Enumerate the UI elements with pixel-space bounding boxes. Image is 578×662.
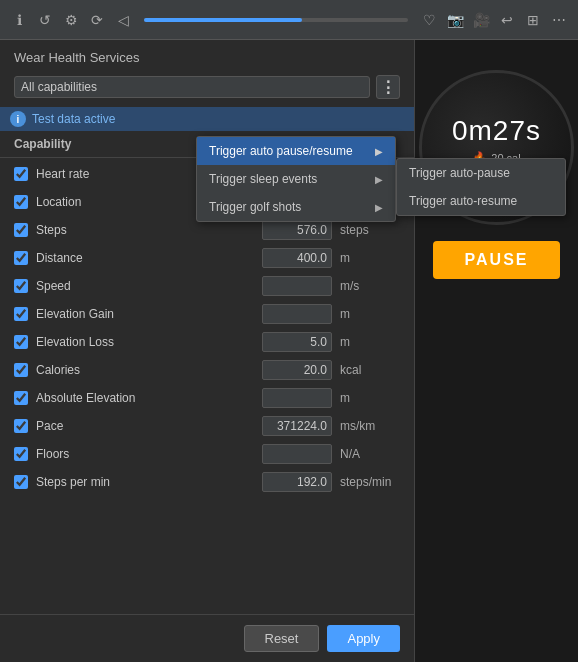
test-banner-text: Test data active — [32, 112, 115, 126]
capability-unit: N/A — [340, 447, 400, 461]
left-panel: Wear Health Services All capabilities ⋮ … — [0, 40, 415, 662]
capability-row: Calorieskcal — [0, 356, 414, 384]
capability-unit: m — [340, 251, 400, 265]
menu-item-trigger-auto-pause[interactable]: Trigger auto-pause — [397, 159, 565, 187]
progress-bar — [144, 18, 408, 22]
more-options-button[interactable]: ⋮ — [376, 75, 400, 99]
capability-checkbox[interactable] — [14, 279, 28, 293]
submenu-arrow-icon: ▶ — [375, 202, 383, 213]
test-banner: i Test data active — [0, 107, 414, 131]
settings-toolbar-icon[interactable]: ⚙ — [60, 9, 82, 31]
context-menu: Trigger auto pause/resume ▶ Trigger slee… — [196, 136, 396, 222]
capability-checkbox[interactable] — [14, 167, 28, 181]
capability-name: Calories — [36, 363, 254, 377]
capability-name: Elevation Gain — [36, 307, 254, 321]
info-icon: i — [10, 111, 26, 127]
bottom-buttons: Reset Apply — [0, 614, 414, 662]
capability-name: Distance — [36, 251, 254, 265]
capability-name: Floors — [36, 447, 254, 461]
menu-item-label: Trigger sleep events — [209, 172, 317, 186]
capability-unit: m — [340, 391, 400, 405]
capability-value-input[interactable] — [262, 248, 332, 268]
back-toolbar-icon[interactable]: ◁ — [112, 9, 134, 31]
sub-menu: Trigger auto-pause Trigger auto-resume — [396, 158, 566, 216]
progress-bar-fill — [144, 18, 302, 22]
pause-button[interactable]: PAUSE — [433, 241, 561, 279]
filter-row: All capabilities ⋮ — [0, 71, 414, 107]
capability-row: Elevation Lossm — [0, 328, 414, 356]
capability-value-input[interactable] — [262, 332, 332, 352]
info-toolbar-icon[interactable]: ℹ — [8, 9, 30, 31]
capability-unit: steps/min — [340, 475, 400, 489]
capability-row: Pacems/km — [0, 412, 414, 440]
panel-title: Wear Health Services — [0, 40, 414, 71]
capability-unit: ms/km — [340, 419, 400, 433]
capability-name: Absolute Elevation — [36, 391, 254, 405]
sync-toolbar-icon[interactable]: ⟳ — [86, 9, 108, 31]
capability-checkbox[interactable] — [14, 447, 28, 461]
capability-select[interactable]: All capabilities — [14, 76, 370, 98]
health-toolbar-icon[interactable]: ♡ — [418, 9, 440, 31]
capability-name: Speed — [36, 279, 254, 293]
capability-row: Speedm/s — [0, 272, 414, 300]
menu-item-label: Trigger auto-pause — [409, 166, 510, 180]
capability-checkbox[interactable] — [14, 335, 28, 349]
submenu-arrow-icon: ▶ — [375, 174, 383, 185]
menu-item-trigger-auto-resume[interactable]: Trigger auto-resume — [397, 187, 565, 215]
menu-item-trigger-auto-pause-resume[interactable]: Trigger auto pause/resume ▶ — [197, 137, 395, 165]
apply-button[interactable]: Apply — [327, 625, 400, 652]
capability-value-input[interactable] — [262, 304, 332, 324]
capability-value-input[interactable] — [262, 276, 332, 296]
capability-unit: kcal — [340, 363, 400, 377]
capability-row: Absolute Elevationm — [0, 384, 414, 412]
capability-list: Heart ratebpmLocationStepsstepsDistancem… — [0, 158, 414, 614]
capability-checkbox[interactable] — [14, 307, 28, 321]
capability-checkbox[interactable] — [14, 475, 28, 489]
capability-checkbox[interactable] — [14, 419, 28, 433]
grid-toolbar-icon[interactable]: ⊞ — [522, 9, 544, 31]
capability-value-input[interactable] — [262, 388, 332, 408]
capability-row: Elevation Gainm — [0, 300, 414, 328]
menu-item-label: Trigger auto pause/resume — [209, 144, 353, 158]
submenu-arrow-icon: ▶ — [375, 146, 383, 157]
capability-name: Elevation Loss — [36, 335, 254, 349]
capability-checkbox[interactable] — [14, 363, 28, 377]
capability-unit: m — [340, 335, 400, 349]
capability-checkbox[interactable] — [14, 195, 28, 209]
capability-name: Pace — [36, 419, 254, 433]
capability-checkbox[interactable] — [14, 251, 28, 265]
capability-checkbox[interactable] — [14, 391, 28, 405]
reset-button[interactable]: Reset — [244, 625, 320, 652]
capability-value-input[interactable] — [262, 220, 332, 240]
capability-unit: m — [340, 307, 400, 321]
menu-item-label: Trigger golf shots — [209, 200, 301, 214]
capability-name: Steps — [36, 223, 254, 237]
capability-value-input[interactable] — [262, 360, 332, 380]
capability-checkbox[interactable] — [14, 223, 28, 237]
capability-row: Steps per minsteps/min — [0, 468, 414, 496]
capability-row: FloorsN/A — [0, 440, 414, 468]
capability-value-input[interactable] — [262, 472, 332, 492]
toolbar: ℹ ↺ ⚙ ⟳ ◁ ♡ 📷 🎥 ↩ ⊞ ⋯ — [0, 0, 578, 40]
capability-value-input[interactable] — [262, 416, 332, 436]
capability-name: Steps per min — [36, 475, 254, 489]
video-toolbar-icon[interactable]: 🎥 — [470, 9, 492, 31]
camera-toolbar-icon[interactable]: 📷 — [444, 9, 466, 31]
capability-row: Distancem — [0, 244, 414, 272]
context-menu-wrap: Trigger auto pause/resume ▶ Trigger slee… — [196, 136, 566, 222]
menu-item-label: Trigger auto-resume — [409, 194, 517, 208]
more-toolbar-icon[interactable]: ⋯ — [548, 9, 570, 31]
undo-toolbar-icon[interactable]: ↩ — [496, 9, 518, 31]
capability-unit: m/s — [340, 279, 400, 293]
main-container: Wear Health Services All capabilities ⋮ … — [0, 40, 578, 662]
capability-unit: steps — [340, 223, 400, 237]
menu-item-trigger-golf-shots[interactable]: Trigger golf shots ▶ — [197, 193, 395, 221]
capability-value-input[interactable] — [262, 444, 332, 464]
menu-item-trigger-sleep-events[interactable]: Trigger sleep events ▶ — [197, 165, 395, 193]
right-panel: 0m27s 🔥 20 cal 🔄 — PAUSE — [415, 40, 578, 662]
refresh-toolbar-icon[interactable]: ↺ — [34, 9, 56, 31]
